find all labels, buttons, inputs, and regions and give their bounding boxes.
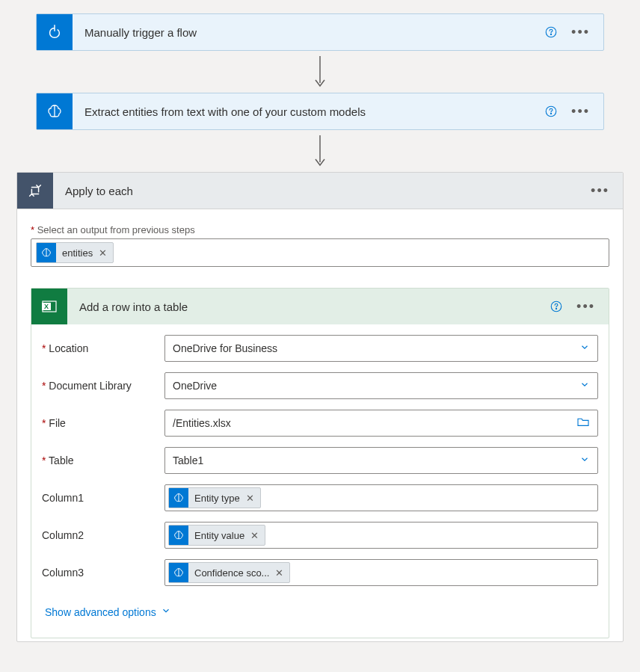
chevron-down-icon (579, 454, 590, 467)
apply-to-each-header[interactable]: Apply to each ••• (17, 173, 623, 209)
column2-input[interactable]: Entity value ✕ (164, 522, 598, 549)
token-entity-type[interactable]: Entity type ✕ (168, 487, 261, 508)
advanced-options-label: Show advanced options (45, 606, 156, 618)
token-entities[interactable]: entities ✕ (36, 242, 114, 263)
chevron-down-icon (579, 342, 590, 355)
show-advanced-options-link[interactable]: Show advanced options (42, 595, 171, 633)
svg-point-4 (550, 113, 551, 114)
ai-brain-icon (37, 243, 56, 262)
file-picker[interactable]: /Entities.xlsx (164, 410, 598, 437)
close-icon[interactable]: ✕ (250, 530, 259, 541)
token-confidence-score[interactable]: Confidence sco... ✕ (168, 562, 290, 583)
folder-icon[interactable] (576, 417, 590, 430)
output-label: Select an output from previous steps (31, 224, 609, 235)
ai-brain-icon (37, 93, 73, 129)
column1-input[interactable]: Entity type ✕ (164, 484, 598, 511)
location-value: OneDrive for Business (173, 342, 277, 354)
location-select[interactable]: OneDrive for Business (164, 335, 598, 362)
more-icon[interactable]: ••• (571, 25, 590, 39)
loop-icon (17, 173, 53, 209)
table-value: Table1 (173, 454, 203, 466)
more-icon[interactable]: ••• (591, 184, 609, 197)
excel-icon: X (31, 289, 67, 324)
more-icon[interactable]: ••• (576, 300, 595, 313)
svg-point-1 (550, 34, 551, 34)
arrow-connector (311, 51, 329, 93)
library-label: Document Library (42, 380, 157, 392)
file-label: File (42, 417, 157, 429)
excel-action-header[interactable]: X Add a row into a table ••• (31, 289, 609, 324)
svg-point-10 (556, 308, 556, 309)
column1-label: Column1 (42, 492, 157, 504)
column3-label: Column3 (42, 567, 157, 579)
library-value: OneDrive (173, 380, 217, 392)
library-select[interactable]: OneDrive (164, 372, 598, 399)
column2-label: Column2 (42, 529, 157, 541)
svg-text:X: X (44, 303, 49, 310)
close-icon[interactable]: ✕ (246, 493, 254, 504)
chevron-down-icon (161, 605, 171, 618)
file-value: /Entities.xlsx (173, 417, 231, 429)
close-icon[interactable]: ✕ (275, 567, 283, 579)
more-icon[interactable]: ••• (571, 105, 590, 118)
ai-brain-icon (169, 563, 188, 582)
token-entity-value[interactable]: Entity value ✕ (168, 525, 265, 546)
table-label: Table (42, 454, 157, 466)
token-label: entities (62, 247, 93, 259)
chevron-down-icon (579, 380, 590, 392)
close-icon[interactable]: ✕ (99, 247, 107, 259)
help-icon[interactable] (550, 300, 563, 313)
column3-input[interactable]: Confidence sco... ✕ (164, 559, 598, 586)
ai-brain-icon (169, 525, 188, 545)
help-icon[interactable] (544, 25, 558, 39)
extract-card[interactable]: Extract entities from text with one of y… (36, 93, 604, 130)
apply-to-each-title: Apply to each (53, 185, 591, 197)
token-label: Confidence sco... (194, 567, 269, 579)
trigger-card[interactable]: Manually trigger a flow ••• (36, 13, 604, 51)
help-icon[interactable] (544, 105, 558, 118)
table-select[interactable]: Table1 (164, 447, 598, 474)
token-label: Entity type (194, 493, 240, 504)
token-label: Entity value (194, 530, 244, 541)
arrow-connector (311, 130, 329, 172)
trigger-title: Manually trigger a flow (73, 26, 544, 39)
excel-action-card: X Add a row into a table ••• Location (31, 288, 609, 638)
apply-to-each-container: Apply to each ••• Select an output from … (16, 172, 624, 642)
location-label: Location (42, 342, 157, 354)
extract-title: Extract entities from text with one of y… (73, 105, 544, 118)
trigger-icon (37, 14, 73, 50)
ai-brain-icon (169, 488, 188, 508)
output-token-input[interactable]: entities ✕ (31, 238, 609, 267)
excel-action-title: Add a row into a table (67, 300, 550, 313)
